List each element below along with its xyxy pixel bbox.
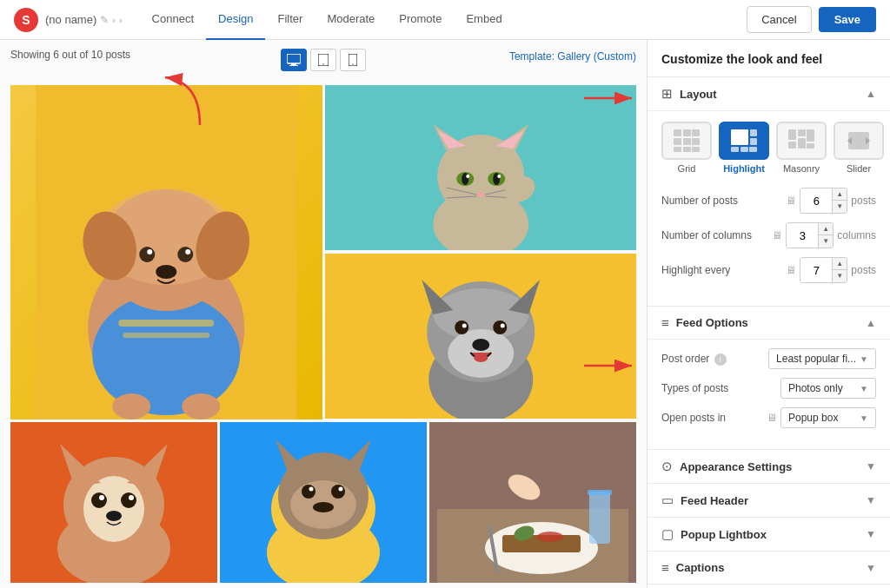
- svg-rect-92: [683, 129, 691, 136]
- captions-title: Captions: [676, 561, 725, 574]
- post-order-chevron: ▼: [860, 354, 868, 364]
- device-icon-open: 🖥: [767, 412, 777, 424]
- svg-point-76: [339, 487, 343, 492]
- save-button[interactable]: Save: [819, 7, 876, 32]
- layout-option-highlight[interactable]: Highlight: [719, 122, 769, 174]
- highlight-up[interactable]: ▲: [833, 258, 847, 270]
- post-order-info-icon[interactable]: i: [714, 353, 727, 366]
- svg-rect-99: [692, 147, 700, 152]
- captions-header[interactable]: ≡ Captions ▼: [648, 551, 890, 584]
- num-posts-input-wrap: ▲ ▼: [800, 188, 847, 214]
- layout-option-masonry[interactable]: Masonry: [776, 122, 827, 174]
- mobile-view-button[interactable]: [340, 49, 366, 71]
- popup-lightbox-header[interactable]: ▢ Popup Lightbox ▼: [648, 517, 890, 551]
- feed-options-icon: ≡: [661, 315, 669, 330]
- svg-point-77: [313, 502, 334, 512]
- num-posts-input[interactable]: [800, 188, 832, 213]
- highlight-every-label: Highlight every: [661, 264, 779, 276]
- num-cols-up[interactable]: ▲: [819, 223, 833, 235]
- edit-icon[interactable]: ✎: [100, 14, 109, 26]
- svg-rect-109: [788, 142, 796, 149]
- svg-rect-110: [798, 138, 806, 149]
- highlight-every-input[interactable]: [800, 258, 832, 282]
- svg-rect-106: [788, 129, 796, 140]
- feed-header-chevron: ▼: [866, 494, 876, 506]
- svg-point-35: [497, 175, 501, 178]
- feed-header-section-header[interactable]: ▭ Feed Header ▼: [648, 483, 890, 517]
- svg-point-75: [309, 487, 314, 492]
- feed-options-header[interactable]: ≡ Feed Options ▲: [648, 306, 890, 339]
- svg-point-9: [92, 294, 240, 415]
- nav-tabs: Connect Design Filter Moderate Promote E…: [140, 0, 515, 40]
- num-posts-up[interactable]: ▲: [833, 188, 847, 201]
- layout-option-slider[interactable]: Slider: [834, 122, 884, 174]
- types-chevron: ▼: [860, 384, 868, 393]
- open-posts-dropdown[interactable]: Popup box ▼: [780, 407, 876, 428]
- popup-lightbox-section: ▢ Popup Lightbox ▼: [648, 517, 890, 551]
- svg-point-50: [493, 320, 507, 334]
- columns-unit: columns: [837, 229, 876, 241]
- svg-point-63: [99, 495, 104, 500]
- panel-title: Customize the look and feel: [648, 40, 890, 76]
- tab-connect[interactable]: Connect: [140, 0, 206, 40]
- types-of-posts-dropdown[interactable]: Photos only ▼: [780, 378, 876, 399]
- types-of-posts-row: Types of posts Photos only ▼: [661, 378, 876, 399]
- svg-point-74: [331, 485, 345, 499]
- popup-title: Popup Lightbox: [681, 528, 767, 541]
- logo: S: [14, 8, 38, 32]
- svg-point-17: [177, 247, 193, 262]
- svg-rect-91: [674, 129, 681, 136]
- layout-section-header[interactable]: ⊞ Layout ▲: [648, 76, 890, 110]
- svg-point-16: [139, 247, 155, 262]
- svg-rect-100: [731, 129, 748, 145]
- right-panel: Customize the look and feel ⊞ Layout ▲: [647, 40, 890, 588]
- num-posts-down[interactable]: ▼: [833, 201, 847, 213]
- photo-cell-cat: [325, 85, 637, 250]
- cancel-button[interactable]: Cancel: [747, 6, 811, 33]
- feed-options-body: Post order i Least popular fi... ▼ Types…: [648, 339, 890, 449]
- svg-rect-86: [588, 490, 612, 495]
- open-posts-label: Open posts in: [661, 412, 760, 424]
- slider-layout-icon[interactable]: [834, 122, 884, 160]
- layout-section-title: Layout: [680, 88, 717, 101]
- tab-design[interactable]: Design: [206, 0, 265, 40]
- likes-comments-header[interactable]: ♡ Likes & Comments ▼: [648, 584, 890, 588]
- svg-rect-111: [807, 143, 814, 149]
- layout-option-grid[interactable]: Grid: [661, 122, 712, 174]
- tablet-view-button[interactable]: [310, 49, 336, 71]
- svg-point-83: [537, 532, 563, 542]
- highlight-layout-icon[interactable]: [719, 122, 769, 160]
- post-order-dropdown[interactable]: Least popular fi... ▼: [768, 348, 876, 369]
- highlight-down[interactable]: ▼: [833, 270, 847, 282]
- svg-rect-103: [731, 147, 739, 152]
- masonry-layout-icon[interactable]: [776, 122, 827, 160]
- num-columns-input-wrap: ▲ ▼: [786, 222, 834, 248]
- desktop-view-button[interactable]: [281, 49, 307, 71]
- svg-point-18: [147, 249, 152, 254]
- svg-rect-94: [674, 138, 681, 145]
- template-label: Template: Gallery (Custom): [509, 50, 636, 63]
- appearance-section-header[interactable]: ⊙ Appearance Settings ▼: [648, 449, 890, 483]
- num-posts-label: Number of posts: [661, 195, 779, 207]
- captions-section: ≡ Captions ▼: [648, 551, 890, 584]
- open-posts-chevron: ▼: [860, 413, 868, 423]
- svg-rect-97: [674, 147, 681, 152]
- tab-filter[interactable]: Filter: [265, 0, 315, 40]
- svg-point-51: [462, 324, 466, 328]
- svg-point-53: [472, 339, 489, 351]
- grid-label: Grid: [678, 163, 696, 174]
- masonry-label: Masonry: [783, 163, 820, 174]
- tab-promote[interactable]: Promote: [387, 0, 454, 40]
- tab-embed[interactable]: Embed: [454, 0, 514, 40]
- appearance-chevron: ▼: [866, 460, 876, 472]
- svg-point-19: [185, 249, 190, 254]
- svg-rect-93: [692, 129, 700, 136]
- photo-col2: [325, 85, 637, 420]
- num-columns-input[interactable]: [787, 223, 818, 248]
- tab-moderate[interactable]: Moderate: [315, 0, 387, 40]
- highlight-every-row: Highlight every 🖥 ▲ ▼ posts: [661, 257, 876, 283]
- num-cols-down[interactable]: ▼: [819, 235, 833, 248]
- slider-label: Slider: [847, 163, 871, 174]
- grid-layout-icon[interactable]: [661, 122, 712, 160]
- svg-point-49: [455, 320, 468, 334]
